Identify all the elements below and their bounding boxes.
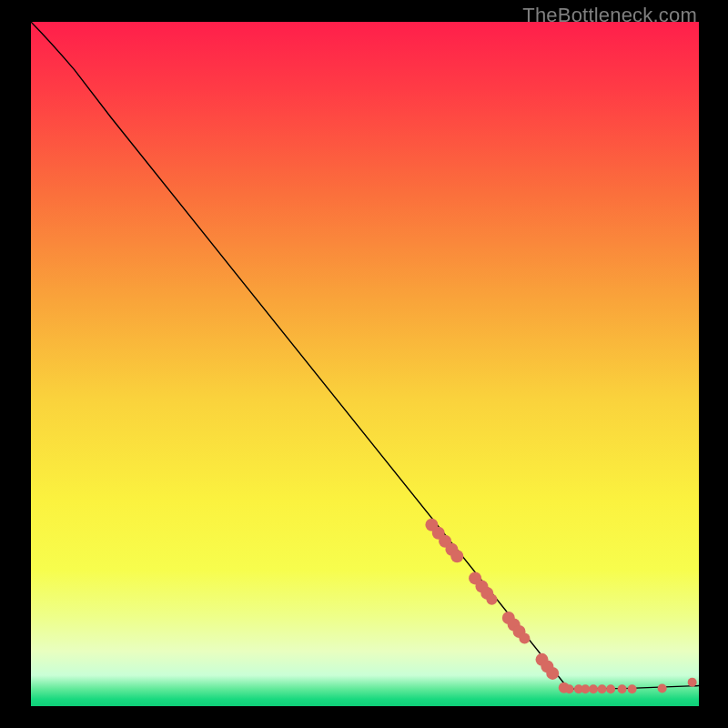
- watermark-text: TheBottleneck.com: [522, 4, 697, 27]
- scatter-point: [618, 684, 627, 693]
- scatter-point: [589, 684, 598, 693]
- plot-svg: [31, 22, 699, 706]
- scatter-point: [450, 550, 463, 562]
- scatter-point: [606, 684, 615, 693]
- scatter-point: [581, 684, 590, 693]
- scatter-point: [519, 633, 530, 644]
- chart-frame: TheBottleneck.com: [0, 0, 728, 728]
- scatter-point: [628, 684, 637, 693]
- background-gradient: [31, 22, 699, 706]
- scatter-point: [486, 594, 497, 605]
- scatter-point: [598, 684, 607, 693]
- scatter-point: [658, 683, 667, 693]
- scatter-point: [688, 678, 697, 687]
- scatter-point: [565, 684, 574, 693]
- plot-area: [31, 22, 699, 706]
- scatter-point: [546, 667, 559, 680]
